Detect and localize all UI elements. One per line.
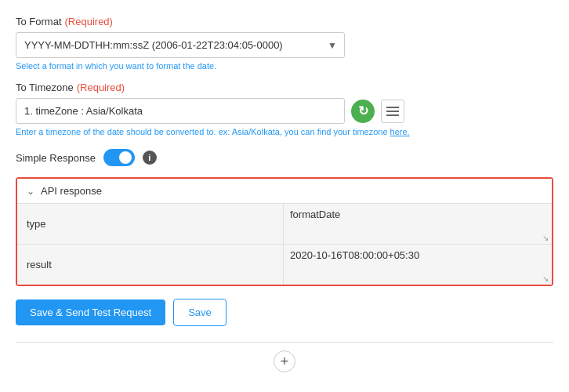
timezone-hint-text: Enter a timezone of the date should be c…	[16, 127, 388, 136]
save-and-send-button[interactable]: Save & Send Test Request	[16, 299, 165, 325]
api-response-title: API response	[41, 185, 102, 197]
to-format-select[interactable]: YYYY-MM-DDTHH:mm:ssZ (2006-01-22T23:04:0…	[16, 32, 345, 58]
chevron-down-icon[interactable]: ⌄	[27, 186, 34, 197]
resize-handle: ↘	[542, 234, 550, 242]
add-button[interactable]: +	[274, 350, 295, 372]
to-format-section: To Format(Required) YYYY-MM-DDTHH:mm:ssZ…	[16, 16, 553, 71]
row-key-type: type	[17, 204, 284, 244]
simple-response-row: Simple Response i	[16, 149, 553, 166]
timezone-input[interactable]	[16, 98, 345, 124]
to-timezone-label: To Timezone(Required)	[16, 82, 553, 93]
menu-button[interactable]	[381, 100, 404, 123]
to-timezone-hint: Enter a timezone of the date should be c…	[16, 127, 553, 136]
to-timezone-section: To Timezone(Required) ↻ Enter a timezone…	[16, 82, 553, 136]
to-format-label: To Format(Required)	[16, 16, 553, 27]
resize-handle-2: ↘	[542, 275, 550, 283]
menu-line-2	[386, 111, 399, 112]
to-format-hint: Select a format in which you want to for…	[16, 61, 553, 71]
row-key-result: result	[17, 245, 284, 285]
to-format-select-wrapper: YYYY-MM-DDTHH:mm:ssZ (2006-01-22T23:04:0…	[16, 32, 345, 58]
save-button[interactable]: Save	[173, 299, 227, 326]
to-format-required: (Required)	[65, 16, 113, 27]
to-timezone-required: (Required)	[77, 82, 125, 93]
info-icon[interactable]: i	[143, 151, 157, 165]
timezone-input-row: ↻	[16, 98, 553, 124]
api-response-header: ⌄ API response	[17, 179, 552, 204]
row-value-type: ↘	[284, 204, 552, 244]
bottom-bar: +	[16, 342, 553, 380]
table-row: type ↘	[17, 204, 552, 245]
row-value-result: ↘	[284, 245, 552, 285]
api-response-box: ⌄ API response type ↘ result ↘	[16, 177, 553, 286]
menu-line-1	[386, 107, 399, 108]
menu-line-3	[386, 114, 399, 116]
type-value-textarea[interactable]	[290, 209, 545, 237]
simple-response-label: Simple Response	[16, 152, 96, 164]
toggle-slider	[103, 149, 135, 166]
timezone-hint-link[interactable]: here.	[390, 127, 410, 136]
result-value-textarea[interactable]	[290, 249, 545, 278]
table-row: result ↘	[17, 245, 552, 285]
refresh-button[interactable]: ↻	[351, 100, 375, 123]
simple-response-toggle[interactable]	[103, 149, 135, 166]
action-buttons: Save & Send Test Request Save	[16, 299, 553, 326]
